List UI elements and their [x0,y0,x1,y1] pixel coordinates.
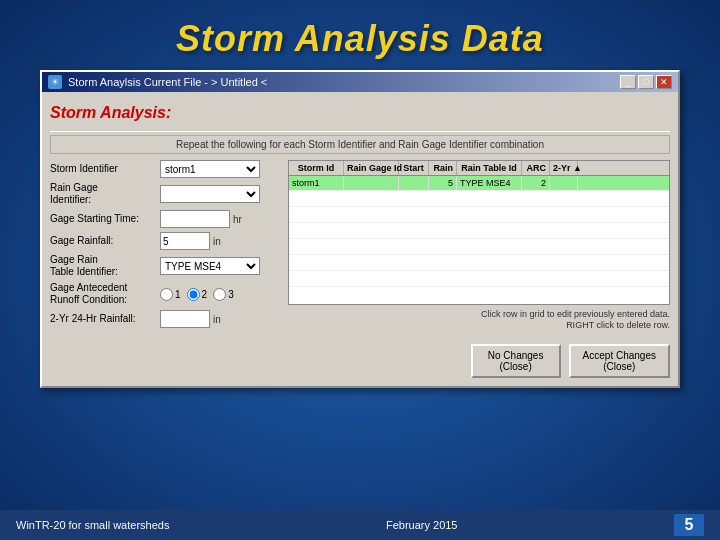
gage-starting-input[interactable] [160,210,230,228]
gage-rainfall-input[interactable] [160,232,210,250]
col-header-rain: Rain [429,161,457,175]
minimize-button[interactable]: _ [620,75,636,89]
grid-hint: Click row in grid to edit previously ent… [288,309,670,332]
cell-start [399,176,429,190]
rain-table-label: Gage RainTable Identifier: [50,254,160,278]
table-row[interactable]: storm1 5 TYPE MSE4 2 [289,176,669,191]
form-panel: Storm Identifier storm1 Rain GageIdentif… [50,160,280,332]
radio-arc-2[interactable] [187,288,200,301]
table-row[interactable] [289,207,669,223]
gage-rainfall-label: Gage Rainfall: [50,235,160,247]
app-icon: ☀ [48,75,62,89]
twoyr-input[interactable] [160,310,210,328]
storm-analysis-heading: Storm Analysis: [50,100,670,128]
radio-arc-1-label: 1 [175,289,181,300]
radio-arc-3[interactable] [213,288,226,301]
table-row[interactable] [289,271,669,287]
cell-rain-gage-id [344,176,399,190]
radio-arc-2-label: 2 [202,289,208,300]
radio-arc-1[interactable] [160,288,173,301]
col-header-rain-gage-id: Rain Gage Id [344,161,399,175]
twoyr-unit: in [213,314,221,325]
storm-identifier-select[interactable]: storm1 [160,160,260,178]
footer: WinTR-20 for small watersheds February 2… [0,510,720,540]
no-changes-button[interactable]: No Changes(Close) [471,344,561,378]
footer-left: WinTR-20 for small watersheds [16,519,169,531]
gage-starting-label: Gage Starting Time: [50,213,160,225]
page-title: Storm Analysis Data [0,0,720,70]
table-row[interactable] [289,191,669,207]
cell-2yr [550,176,578,190]
col-header-rain-table-id: Rain Table Id [457,161,522,175]
table-row[interactable] [289,223,669,239]
repeat-notice: Repeat the following for each Storm Iden… [50,135,670,154]
rain-gage-select[interactable] [160,185,260,203]
close-button[interactable]: ✕ [656,75,672,89]
application-window: ☀ Storm Anaylsis Current File - > Untitl… [40,70,680,388]
cell-rain-table-id: TYPE MSE4 [457,176,522,190]
cell-storm-id: storm1 [289,176,344,190]
twoyr-label: 2-Yr 24-Hr Rainfall: [50,313,160,325]
rain-gage-label: Rain GageIdentifier: [50,182,160,206]
antecedent-label: Gage AntecedentRunoff Condition: [50,282,160,306]
rain-table-select[interactable]: TYPE MSE4 [160,257,260,275]
maximize-button[interactable]: □ [638,75,654,89]
grid-panel: Storm Id Rain Gage Id Start Rain Rain Ta… [288,160,670,332]
window-titlebar: ☀ Storm Anaylsis Current File - > Untitl… [42,72,678,92]
storm-identifier-label: Storm Identifier [50,163,160,175]
col-header-storm-id: Storm Id [289,161,344,175]
radio-arc-3-label: 3 [228,289,234,300]
table-row[interactable] [289,255,669,271]
gage-starting-unit: hr [233,214,242,225]
col-header-arc: ARC [522,161,550,175]
grid-header: Storm Id Rain Gage Id Start Rain Rain Ta… [289,161,669,176]
cell-rain: 5 [429,176,457,190]
cell-arc: 2 [522,176,550,190]
table-row[interactable] [289,239,669,255]
accept-changes-button[interactable]: Accept Changes(Close) [569,344,670,378]
col-header-2yr: 2-Yr ▲ [550,161,578,175]
gage-rainfall-unit: in [213,236,221,247]
window-title: Storm Anaylsis Current File - > Untitled… [68,76,267,88]
data-grid: Storm Id Rain Gage Id Start Rain Rain Ta… [288,160,670,305]
col-header-start: Start [399,161,429,175]
footer-center: February 2015 [386,519,458,531]
footer-right: 5 [674,514,704,536]
